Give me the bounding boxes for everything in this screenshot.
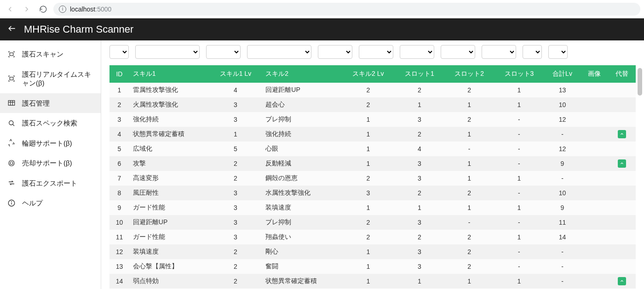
table-row[interactable]: 6攻撃2反動軽減131-9 bbox=[109, 156, 636, 171]
col-header[interactable]: スキル1 bbox=[129, 65, 209, 83]
filter-skill2[interactable] bbox=[247, 45, 311, 59]
nav-back-button[interactable] bbox=[4, 3, 17, 16]
col-header[interactable]: スロット1 bbox=[395, 65, 444, 83]
cell-img bbox=[581, 200, 608, 215]
col-header[interactable]: スロット3 bbox=[494, 65, 544, 83]
cell-s1: 強化持続 bbox=[129, 112, 209, 127]
cell-s1l: 2 bbox=[209, 156, 262, 171]
recycle-icon bbox=[7, 139, 16, 147]
cell-sum: 12 bbox=[544, 142, 581, 156]
cell-sl2: - bbox=[444, 142, 494, 156]
cell-s2l: 2 bbox=[342, 83, 395, 97]
info-icon bbox=[7, 199, 16, 207]
table-row[interactable]: 9ガード性能3装填速度11119 bbox=[109, 200, 636, 215]
filter-id[interactable] bbox=[109, 45, 129, 59]
col-header[interactable]: スキル2 Lv bbox=[342, 65, 395, 83]
table-row[interactable]: 7高速変形2鋼殻の恩恵2311- bbox=[109, 171, 636, 186]
filter-slot1[interactable] bbox=[359, 45, 393, 59]
col-header[interactable]: スキル2 bbox=[262, 65, 342, 83]
filter-image[interactable] bbox=[523, 45, 542, 59]
filter-slot3[interactable] bbox=[441, 45, 475, 59]
table-row[interactable]: 5広域化5心眼14--12 bbox=[109, 142, 636, 156]
col-header[interactable]: スキル1 Lv bbox=[209, 65, 262, 83]
cell-alt bbox=[608, 156, 636, 171]
cell-s1: 風圧耐性 bbox=[129, 186, 209, 200]
cell-s1l: 3 bbox=[209, 230, 262, 244]
cell-sum: - bbox=[544, 274, 581, 289]
cell-s2l: 2 bbox=[342, 230, 395, 244]
cell-alt bbox=[608, 274, 636, 289]
table-row[interactable]: 12装填速度2剛心132-- bbox=[109, 244, 636, 259]
table-row[interactable]: 8風圧耐性3水属性攻撃強化322-10 bbox=[109, 186, 636, 200]
cell-s2: 強化持続 bbox=[262, 127, 342, 142]
sidebar-item-7[interactable]: ヘルプ bbox=[0, 193, 101, 213]
svg-point-13 bbox=[12, 201, 12, 202]
cell-sl2: 1 bbox=[444, 156, 494, 171]
table-row[interactable]: 2火属性攻撃強化3超会心211110 bbox=[109, 97, 636, 112]
browser-toolbar: i localhost:5000 bbox=[0, 0, 644, 18]
cell-s1: 高速変形 bbox=[129, 171, 209, 186]
sidebar-item-label: ヘルプ bbox=[22, 198, 43, 208]
cell-alt bbox=[608, 200, 636, 215]
col-header[interactable]: 画像 bbox=[581, 65, 608, 83]
nav-reload-button[interactable] bbox=[37, 3, 50, 16]
cell-s2: ブレ抑制 bbox=[262, 112, 342, 127]
cell-img bbox=[581, 259, 608, 274]
sidebar-item-1[interactable]: 護石リアルタイムスキャン(β) bbox=[0, 64, 101, 93]
table-row[interactable]: 3強化持続3ブレ抑制132-12 bbox=[109, 112, 636, 127]
arrow-up-icon[interactable] bbox=[618, 159, 626, 168]
arrow-up-icon[interactable] bbox=[618, 277, 626, 285]
table-header-row: IDスキル1スキル1 Lvスキル2スキル2 Lvスロット1スロット2スロット3合… bbox=[109, 65, 636, 83]
table-row[interactable]: 11ガード性能3翔蟲使い222114 bbox=[109, 230, 636, 244]
cell-s1l: 3 bbox=[209, 200, 262, 215]
table-row[interactable]: 13会心撃【属性】2奮闘132-- bbox=[109, 259, 636, 274]
cell-id: 1 bbox=[109, 83, 129, 97]
cell-img bbox=[581, 215, 608, 230]
url-bar[interactable]: i localhost:5000 bbox=[53, 3, 640, 16]
table-row[interactable]: 4状態異常確定蓄積1強化持続121-- bbox=[109, 127, 636, 142]
table-body: 1雷属性攻撃強化4回避距離UP2221132火属性攻撃強化3超会心2111103… bbox=[109, 83, 636, 289]
cell-alt bbox=[608, 97, 636, 112]
filter-skill2-lv[interactable] bbox=[318, 45, 352, 59]
cell-s2l: 1 bbox=[342, 127, 395, 142]
sidebar-item-5[interactable]: 売却サポート(β) bbox=[0, 153, 101, 173]
filter-slot2[interactable] bbox=[400, 45, 434, 59]
sidebar-item-4[interactable]: 輪廻サポート(β) bbox=[0, 133, 101, 153]
col-header[interactable]: ID bbox=[109, 65, 129, 83]
filter-skill1-lv[interactable] bbox=[206, 45, 241, 59]
cell-s1: ガード性能 bbox=[129, 230, 209, 244]
scrollbar-thumb[interactable] bbox=[638, 68, 642, 96]
cell-s2: 水属性攻撃強化 bbox=[262, 186, 342, 200]
sidebar-item-2[interactable]: 護石管理 bbox=[0, 93, 101, 113]
cell-s1l: 3 bbox=[209, 186, 262, 200]
cell-s2: 反動軽減 bbox=[262, 156, 342, 171]
sidebar-item-3[interactable]: 護石スペック検索 bbox=[0, 113, 101, 133]
filter-sumlv[interactable] bbox=[482, 45, 516, 59]
col-header[interactable]: スロット2 bbox=[444, 65, 494, 83]
cell-sl1: 1 bbox=[395, 274, 444, 289]
sidebar-item-6[interactable]: 護石エクスポート bbox=[0, 173, 101, 193]
cell-sum: - bbox=[544, 171, 581, 186]
cell-s2l: 1 bbox=[342, 244, 395, 259]
filter-alt[interactable] bbox=[548, 45, 568, 59]
charm-table: IDスキル1スキル1 Lvスキル2スキル2 Lvスロット1スロット2スロット3合… bbox=[109, 65, 636, 289]
col-header[interactable]: 代替 bbox=[608, 65, 636, 83]
site-info-icon[interactable]: i bbox=[59, 6, 66, 13]
table-row[interactable]: 1雷属性攻撃強化4回避距離UP222113 bbox=[109, 83, 636, 97]
cell-sl2: 2 bbox=[444, 112, 494, 127]
cell-id: 8 bbox=[109, 186, 129, 200]
arrow-up-icon[interactable] bbox=[618, 130, 626, 138]
cell-id: 5 bbox=[109, 142, 129, 156]
sidebar-item-0[interactable]: 護石スキャン bbox=[0, 44, 101, 64]
cell-img bbox=[581, 127, 608, 142]
header-back-button[interactable] bbox=[7, 24, 17, 35]
table-row[interactable]: 14弱点特効2状態異常確定蓄積1111- bbox=[109, 274, 636, 289]
nav-forward-button[interactable] bbox=[20, 3, 33, 16]
cell-s2l: 2 bbox=[342, 215, 395, 230]
filter-skill1[interactable] bbox=[135, 45, 200, 59]
table-row[interactable]: 10回避距離UP3ブレ抑制23--11 bbox=[109, 215, 636, 230]
scrollbar[interactable] bbox=[638, 68, 642, 289]
cell-sl3: - bbox=[494, 186, 544, 200]
table-icon bbox=[7, 99, 16, 107]
col-header[interactable]: 合計Lv bbox=[544, 65, 581, 83]
